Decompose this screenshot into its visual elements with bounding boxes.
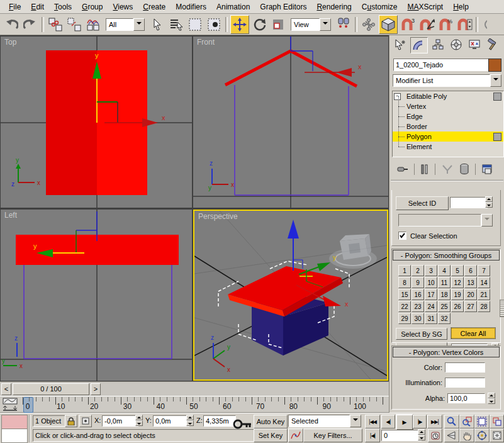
toolbar-clipped-button[interactable] <box>481 16 487 33</box>
tab-create[interactable] <box>392 37 408 52</box>
color-swatch[interactable] <box>445 362 485 373</box>
illumination-swatch[interactable] <box>445 378 485 388</box>
smoothing-group-button[interactable]: 18 <box>438 289 451 300</box>
menu-item[interactable]: File <box>4 1 26 13</box>
zoom-extents-all-button[interactable] <box>490 415 504 429</box>
time-slider-handle[interactable]: 0 / 100 <box>13 383 89 395</box>
smoothing-group-button[interactable]: 22 <box>398 301 411 312</box>
clear-selection-checkbox[interactable] <box>398 232 406 240</box>
menu-item[interactable]: Create <box>138 1 171 13</box>
panel-scrollbar[interactable] <box>500 300 504 317</box>
smoothing-group-button[interactable]: 2 <box>412 265 424 276</box>
select-and-rotate-button[interactable] <box>250 16 268 33</box>
smoothing-group-button[interactable]: 14 <box>478 277 490 288</box>
stack-item-vertex[interactable]: Vertex <box>393 101 503 111</box>
menu-item[interactable]: Help <box>448 1 474 13</box>
select-id-field[interactable] <box>450 197 488 208</box>
smoothing-group-button[interactable]: 20 <box>464 289 477 300</box>
unlink-selection-icon[interactable] <box>65 16 83 33</box>
smoothing-group-button[interactable]: 6 <box>464 265 477 276</box>
arc-rotate-button[interactable] <box>474 429 490 442</box>
tab-hierarchy[interactable] <box>430 37 446 52</box>
dropdown-arrow-icon[interactable] <box>350 415 361 427</box>
smoothing-group-button[interactable]: 29 <box>398 313 411 324</box>
tab-utilities[interactable] <box>484 37 501 52</box>
next-frame-button[interactable]: |▶ <box>413 415 427 429</box>
go-to-end-button[interactable]: ▶▶| <box>427 415 442 429</box>
smoothing-group-button[interactable]: 13 <box>464 277 477 288</box>
dropdown-arrow-icon[interactable] <box>490 74 501 87</box>
alpha-spinner[interactable] <box>488 393 495 404</box>
select-id-button[interactable]: Select ID <box>396 196 449 210</box>
z-coordinate-field[interactable]: 4,335m <box>203 415 236 427</box>
configure-modifier-sets-icon[interactable] <box>481 163 494 176</box>
time-configuration-button[interactable] <box>428 429 442 442</box>
menu-item[interactable]: Customize <box>357 1 403 13</box>
set-key-button[interactable]: Set Key <box>254 429 288 442</box>
smoothing-group-button[interactable]: 21 <box>478 289 490 300</box>
zoom-all-button[interactable] <box>459 415 474 429</box>
smoothing-group-button[interactable]: 15 <box>398 289 411 300</box>
alpha-field[interactable]: 100,0 <box>447 393 485 403</box>
tab-modify[interactable] <box>410 37 428 53</box>
redo-icon[interactable] <box>21 16 39 33</box>
pan-hand-button[interactable] <box>459 429 474 442</box>
smoothing-group-button[interactable]: 25 <box>438 301 451 312</box>
menu-item[interactable]: Graph Editors <box>255 1 311 13</box>
smoothing-group-button[interactable]: 17 <box>425 289 437 300</box>
percent-snap-icon[interactable]: % <box>437 16 454 33</box>
select-object-icon[interactable] <box>148 16 166 33</box>
menu-item[interactable]: Animation <box>211 1 255 13</box>
maximize-viewport-toggle[interactable] <box>490 429 504 442</box>
menu-item[interactable]: MAXScript <box>403 1 449 13</box>
field-of-view-button[interactable] <box>444 429 459 442</box>
named-selection-dropdown[interactable] <box>398 214 493 227</box>
track-bar[interactable]: 0102030405060708090100 <box>0 396 390 413</box>
go-to-start-button[interactable]: |◀◀ <box>365 415 380 429</box>
listener-splitter[interactable] <box>29 415 30 442</box>
tab-display[interactable] <box>466 37 483 52</box>
bind-to-space-warp-icon[interactable] <box>84 16 102 33</box>
rectangular-selection-region-icon[interactable] <box>186 16 204 33</box>
maxscript-listener-line[interactable] <box>1 429 28 443</box>
menu-item[interactable]: Rendering <box>311 1 356 13</box>
smoothing-group-button[interactable]: 10 <box>425 277 437 288</box>
select-and-scale-button[interactable] <box>269 16 287 33</box>
frame-spinner[interactable] <box>418 429 425 440</box>
selection-lock-toggle[interactable] <box>65 415 77 427</box>
time-slider-next-button[interactable]: > <box>91 383 101 395</box>
auto-key-button[interactable]: Auto Key <box>254 415 288 429</box>
stack-onoff-box[interactable] <box>493 93 501 101</box>
smoothing-group-button[interactable]: 3 <box>425 265 437 276</box>
make-unique-icon[interactable] <box>441 163 454 176</box>
dropdown-arrow-icon[interactable] <box>133 18 145 31</box>
key-filters-button[interactable]: Key Filters... <box>303 429 362 442</box>
smoothing-group-button[interactable]: 28 <box>478 301 490 312</box>
smoothing-group-button[interactable]: 26 <box>451 301 464 312</box>
open-mini-curve-editor-icon[interactable] <box>2 398 20 413</box>
undo-icon[interactable] <box>3 16 20 33</box>
pin-stack-icon[interactable] <box>396 163 408 176</box>
menu-item[interactable]: Modifiers <box>171 1 211 13</box>
smoothing-group-button[interactable]: 32 <box>438 313 451 324</box>
menu-item[interactable]: Edit <box>26 1 49 13</box>
stack-onoff-box[interactable] <box>493 133 501 141</box>
stack-item-edge[interactable]: Edge <box>393 111 503 121</box>
smoothing-group-button[interactable]: 4 <box>438 265 451 276</box>
smoothing-group-button[interactable]: 19 <box>451 289 464 300</box>
x-spinner[interactable] <box>135 415 143 426</box>
select-by-name-icon[interactable] <box>167 16 185 33</box>
spinner-snap-icon[interactable] <box>456 16 473 33</box>
x-coordinate-field[interactable]: -0,0m <box>102 415 138 427</box>
viewport-front[interactable]: x z x y Front <box>193 36 388 208</box>
select-and-link-icon[interactable] <box>47 16 64 33</box>
current-frame-field[interactable]: 0 <box>381 430 422 441</box>
reference-coordinate-dropdown[interactable]: View <box>291 18 331 31</box>
selection-filter-dropdown[interactable]: All <box>106 18 145 31</box>
angle-snap-toggle-icon[interactable] <box>418 16 435 33</box>
smoothing-group-button[interactable]: 23 <box>412 301 424 312</box>
zoom-button[interactable] <box>444 415 459 429</box>
smoothing-group-button[interactable]: 8 <box>398 277 411 288</box>
select-id-spinner[interactable] <box>485 196 493 208</box>
y-coordinate-field[interactable]: 0,0m <box>153 415 189 427</box>
